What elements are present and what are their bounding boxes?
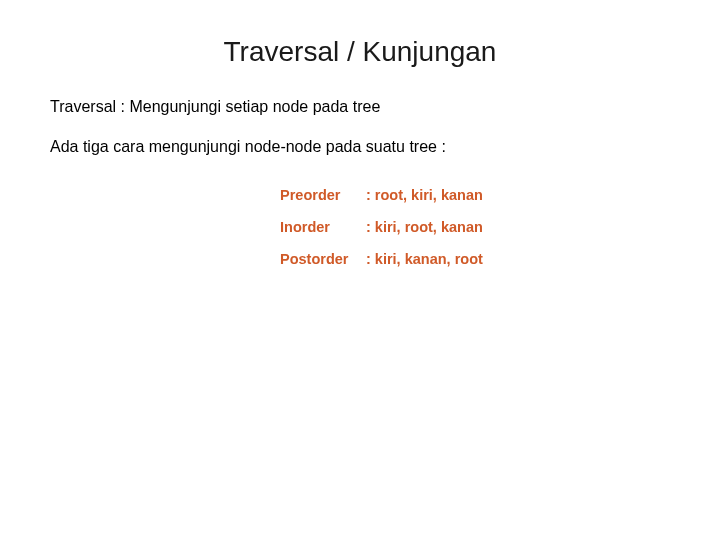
traversal-orders: Preorder : root, kiri, kanan Inorder : k… — [280, 187, 670, 267]
order-row: Inorder : kiri, root, kanan — [280, 219, 670, 235]
order-row: Preorder : root, kiri, kanan — [280, 187, 670, 203]
order-row: Postorder : kiri, kanan, root — [280, 251, 670, 267]
definition-line: Traversal : Mengunjungi setiap node pada… — [50, 96, 670, 118]
slide-title: Traversal / Kunjungan — [140, 36, 580, 68]
order-value: : root, kiri, kanan — [366, 187, 483, 203]
intro-line: Ada tiga cara mengunjungi node-node pada… — [50, 136, 670, 158]
order-label: Postorder — [280, 251, 366, 267]
order-value: : kiri, root, kanan — [366, 219, 483, 235]
order-label: Inorder — [280, 219, 366, 235]
order-label: Preorder — [280, 187, 366, 203]
order-value: : kiri, kanan, root — [366, 251, 483, 267]
slide-content: Traversal / Kunjungan Traversal : Mengun… — [0, 0, 720, 313]
